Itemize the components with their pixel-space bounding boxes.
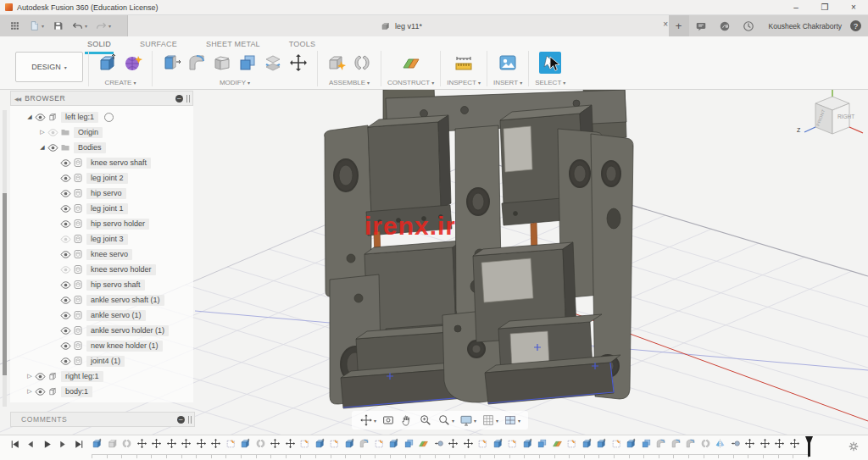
timeline-feature-fillet-icon[interactable] [685, 438, 696, 449]
tree-item[interactable]: leg joint 3 [10, 231, 193, 247]
gridset-icon[interactable]: ▾ [481, 413, 498, 427]
visibility-eye-icon[interactable] [60, 234, 73, 245]
visibility-eye-icon[interactable] [60, 203, 73, 214]
timeline-feature-move-icon[interactable] [136, 438, 147, 449]
timeline-settings-gear-icon[interactable] [848, 441, 860, 452]
timeline-feature-combine-icon[interactable] [537, 438, 548, 449]
timeline-feature-move-icon[interactable] [151, 438, 162, 449]
form-icon[interactable] [123, 53, 143, 73]
tree-item[interactable]: new knee holder (1) [10, 338, 193, 353]
close-button[interactable]: × [839, 3, 868, 12]
design-menu-button[interactable]: DESIGN▾ [15, 52, 83, 82]
plane-icon[interactable] [401, 53, 421, 73]
timeline-feature-move-icon[interactable] [181, 438, 192, 449]
orbit-icon[interactable]: ▾ [359, 413, 376, 427]
timeline-feature-move-icon[interactable] [166, 438, 177, 449]
timeline-feature-sketch-icon[interactable] [299, 438, 310, 449]
timeline-feature-extrude-icon[interactable] [522, 438, 533, 449]
tree-item-label[interactable]: leg joint 1 [86, 203, 128, 214]
tree-item[interactable]: knee servo [10, 247, 193, 262]
tree-item-label[interactable]: hip servo [86, 188, 126, 199]
extensions-icon[interactable] [719, 20, 731, 32]
timeline-feature-joint2-icon[interactable] [433, 438, 444, 449]
tree-item-label[interactable]: hip servo holder [86, 219, 149, 230]
tree-item[interactable]: joint4 (1) [10, 353, 193, 369]
visibility-eye-icon[interactable] [35, 386, 47, 397]
tree-item-label[interactable]: hip servo shaft [86, 280, 145, 291]
visibility-eye-icon[interactable] [47, 127, 60, 138]
expander-open-icon[interactable]: ◢ [25, 114, 35, 120]
tree-item[interactable]: leg joint 1 [10, 201, 193, 216]
go-to-start-icon[interactable] [9, 439, 20, 450]
timeline-feature-extrude-icon[interactable] [596, 438, 607, 449]
viewports-icon[interactable]: ▾ [504, 413, 520, 427]
tree-item[interactable]: ▷body:1 [10, 384, 193, 399]
timeline-feature-plane-icon[interactable] [418, 438, 429, 449]
timeline-feature-extrude-icon[interactable] [92, 438, 103, 449]
joint-icon[interactable] [352, 53, 372, 73]
timeline-feature-sketch-icon[interactable] [225, 438, 236, 449]
close-tab-icon[interactable]: × [663, 19, 668, 29]
redo-icon[interactable]: ▾ [96, 20, 111, 31]
timeline-feature-extrude-icon[interactable] [581, 438, 593, 449]
timeline-feature-fillet-icon[interactable] [670, 438, 682, 449]
user-account-name[interactable]: Kousheek Chakraborty [769, 22, 842, 30]
ribbon-group-label[interactable]: INSPECT▾ [447, 79, 481, 86]
timeline-feature-sketch-icon[interactable] [477, 438, 488, 449]
measure-icon[interactable] [453, 53, 474, 73]
tree-item-label[interactable]: Bodies [74, 142, 106, 153]
split-icon[interactable] [263, 53, 283, 73]
tree-item-label[interactable]: ankle servo shaft (1) [86, 295, 164, 306]
timeline-feature-joint-icon[interactable] [121, 438, 132, 449]
go-to-end-icon[interactable] [74, 439, 85, 450]
step-forward-icon[interactable] [58, 439, 69, 450]
timeline-feature-sketch-icon[interactable] [611, 438, 622, 449]
timeline-feature-move-icon[interactable] [774, 438, 785, 449]
pan-icon[interactable] [400, 413, 414, 427]
tree-item[interactable]: ◢Bodies [10, 140, 193, 155]
tree-item[interactable]: ▷Origin [10, 125, 193, 140]
job-status-clock-icon[interactable] [743, 20, 754, 32]
lookat-icon[interactable] [381, 413, 395, 427]
play-icon[interactable] [42, 439, 53, 450]
move-icon[interactable] [288, 53, 309, 73]
timeline-feature-extrude-icon[interactable] [314, 438, 326, 449]
timeline-feature-move-icon[interactable] [285, 438, 296, 449]
tree-item-label[interactable]: knee servo shaft [86, 158, 151, 169]
combine-icon[interactable] [237, 53, 258, 73]
fit-icon[interactable]: ▾ [437, 413, 454, 427]
ribbon-group-label[interactable]: CONSTRUCT▾ [387, 79, 434, 86]
timeline-feature-box-icon[interactable] [107, 438, 118, 449]
tree-item-label[interactable]: ankle servo (1) [86, 310, 146, 321]
timeline-feature-move-icon[interactable] [789, 438, 800, 449]
remove-panel-icon[interactable]: – [175, 95, 183, 103]
expander-open-icon[interactable]: ◢ [37, 144, 47, 151]
tree-item[interactable]: hip servo shaft [10, 277, 193, 292]
visibility-eye-icon[interactable] [60, 295, 73, 306]
ribbon-group-label[interactable]: ASSEMBLE▾ [329, 79, 370, 86]
collapse-panel-icon[interactable]: ◀◀ [14, 96, 20, 102]
tree-item-label[interactable]: Origin [74, 127, 103, 138]
timeline-feature-sketch-icon[interactable] [329, 438, 340, 449]
tree-item[interactable]: leg joint 2 [10, 170, 193, 186]
visibility-eye-icon[interactable] [60, 188, 73, 199]
timeline-feature-sketch-icon[interactable] [374, 438, 385, 449]
timeline-feature-fillet-icon[interactable] [655, 438, 666, 449]
timeline-feature-joint2-icon[interactable] [730, 438, 741, 449]
timeline-feature-extrude-icon[interactable] [388, 438, 399, 449]
minimize-button[interactable]: – [782, 3, 810, 12]
comments-panel[interactable]: COMMENTS – [10, 412, 195, 427]
comments-bubble-icon[interactable] [695, 20, 707, 32]
tree-item[interactable]: ▷right leg:1 [10, 369, 193, 384]
ribbon-group-label[interactable]: SELECT▾ [535, 79, 565, 86]
tree-item-label[interactable]: left leg:1 [61, 112, 98, 123]
visibility-eye-icon[interactable] [60, 173, 73, 184]
tree-item[interactable]: ankle servo holder (1) [10, 323, 193, 338]
tree-item-label[interactable]: ankle servo holder (1) [86, 325, 169, 336]
tree-item-label[interactable]: body:1 [61, 386, 92, 397]
newcomponent-icon[interactable] [326, 53, 347, 73]
comments-grip-handle[interactable] [188, 416, 192, 424]
browser-panel-header[interactable]: ◀◀ BROWSER – [10, 91, 193, 106]
new-tab-button[interactable]: + [669, 15, 689, 36]
timeline-feature-sketch-icon[interactable] [507, 438, 518, 449]
